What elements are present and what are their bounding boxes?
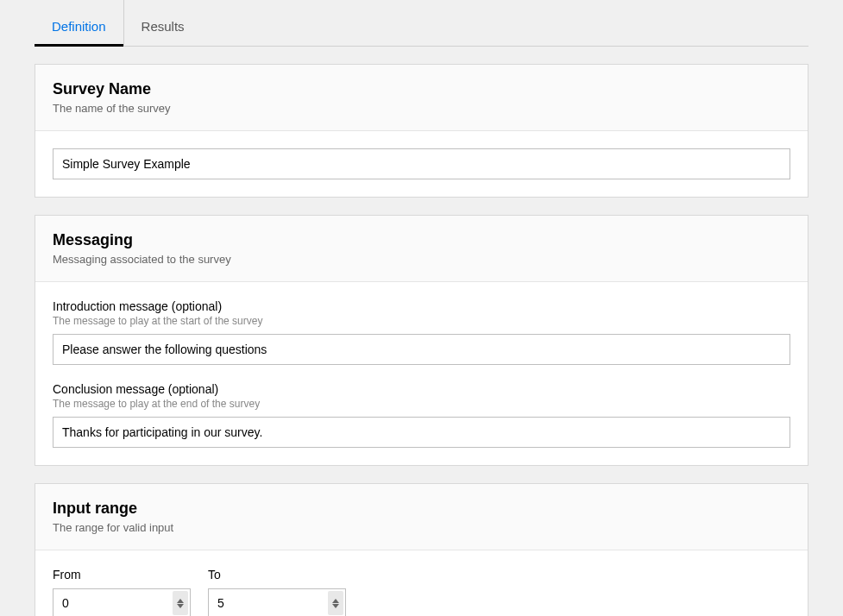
messaging-title: Messaging	[53, 231, 790, 249]
input-range-header: Input range The range for valid input	[35, 484, 808, 550]
from-label: From	[53, 568, 191, 581]
chevron-down-icon	[177, 604, 184, 608]
conclusion-message-label: Conclusion message (optional)	[53, 382, 790, 396]
input-range-subtitle: The range for valid input	[53, 521, 790, 534]
to-stepper[interactable]	[328, 591, 343, 615]
from-input[interactable]	[53, 588, 191, 616]
intro-message-group: Introduction message (optional) The mess…	[53, 299, 790, 365]
survey-name-header: Survey Name The name of the survey	[35, 65, 808, 131]
survey-name-input[interactable]	[53, 148, 790, 179]
conclusion-message-group: Conclusion message (optional) The messag…	[53, 382, 790, 448]
to-label: To	[208, 568, 346, 581]
from-stepper[interactable]	[173, 591, 188, 615]
conclusion-message-input[interactable]	[53, 417, 790, 448]
messaging-subtitle: Messaging associated to the survey	[53, 253, 790, 266]
intro-message-input[interactable]	[53, 334, 790, 365]
messaging-header: Messaging Messaging associated to the su…	[35, 216, 808, 282]
chevron-up-icon	[177, 599, 184, 603]
survey-name-subtitle: The name of the survey	[53, 102, 790, 115]
tabs: Definition Results	[35, 0, 808, 47]
survey-name-card: Survey Name The name of the survey	[35, 64, 808, 198]
from-field: From	[53, 568, 191, 616]
chevron-down-icon	[332, 604, 339, 608]
intro-message-label: Introduction message (optional)	[53, 299, 790, 313]
input-range-title: Input range	[53, 500, 790, 518]
messaging-card: Messaging Messaging associated to the su…	[35, 215, 808, 466]
conclusion-message-help: The message to play at the end of the su…	[53, 398, 790, 410]
tab-definition[interactable]: Definition	[35, 0, 124, 46]
input-range-card: Input range The range for valid input Fr…	[35, 483, 808, 616]
chevron-up-icon	[332, 599, 339, 603]
intro-message-help: The message to play at the start of the …	[53, 315, 790, 327]
survey-name-title: Survey Name	[53, 80, 790, 98]
to-field: To	[208, 568, 346, 616]
to-input[interactable]	[208, 588, 346, 616]
range-row: From To	[53, 568, 790, 616]
tab-results[interactable]: Results	[124, 0, 202, 46]
